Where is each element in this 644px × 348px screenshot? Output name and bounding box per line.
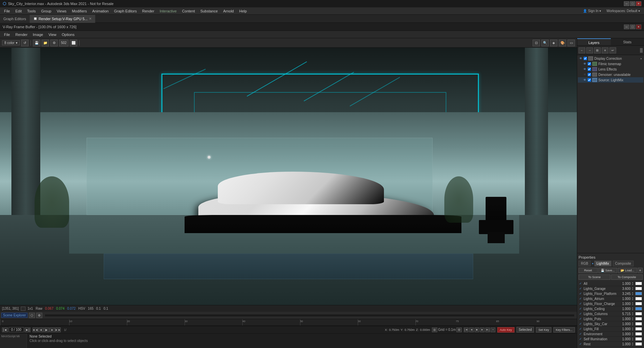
menu-tools[interactable]: Tools [24, 8, 39, 14]
menu-substance[interactable]: Substance [198, 8, 220, 14]
anim-end-button[interactable]: ►| [485, 328, 490, 332]
light-color-rest[interactable] [635, 342, 642, 346]
save-button[interactable]: 💾 Save... [598, 268, 617, 273]
color-picker-button[interactable]: 🎨 [559, 40, 566, 46]
fast-forward-button[interactable]: ►► [55, 328, 61, 332]
title-bar-controls[interactable]: ─ □ ✕ [624, 1, 641, 6]
layer-filmic-tonemap[interactable]: 👁 Filmic tonemap [578, 61, 643, 67]
layer-lightmix[interactable]: 👁 Source: LightMix [578, 77, 643, 83]
light-check-garage[interactable]: ✓ [579, 287, 583, 290]
light-arrows-rest[interactable]: ▲▼ [632, 342, 634, 346]
light-color-all[interactable] [635, 282, 642, 285]
key-filters-button[interactable]: Key Filters... [553, 327, 575, 333]
menu-render[interactable]: Render [140, 8, 157, 14]
minimize-button[interactable]: ─ [624, 1, 629, 6]
resolution-button[interactable]: 502 [59, 40, 68, 46]
light-check-all[interactable]: ✓ [579, 282, 583, 285]
light-check-floor-charge[interactable]: ✓ [579, 302, 583, 305]
light-check-atrium[interactable]: ✓ [579, 297, 583, 300]
close-button[interactable]: ✕ [636, 1, 641, 6]
light-arrows-environment[interactable]: ▲▼ [632, 332, 634, 336]
more-button[interactable]: ≡ [638, 268, 643, 273]
next-key-button[interactable]: ► [50, 328, 55, 332]
save-render-button[interactable]: 💾 [33, 40, 40, 46]
layer-display-correction[interactable]: 👁 Display Correction ▸ [578, 56, 643, 61]
maxscript-tab[interactable]: MAXScript Mi [0, 334, 27, 348]
stats-tab[interactable]: Stats [611, 38, 644, 45]
light-arrows-all[interactable]: ▲▼ [632, 281, 634, 286]
color-mode-select[interactable]: 8 color ▾ [2, 40, 20, 45]
rgb-tab[interactable]: RGB [579, 261, 591, 266]
light-color-garage[interactable] [635, 287, 642, 290]
layer-checkbox[interactable] [584, 57, 587, 60]
layer-checkbox-3[interactable] [588, 68, 591, 71]
anim-next-button[interactable]: ► [480, 328, 485, 332]
layer-denoiser[interactable]: 👁 Denoiser: unavailable [578, 72, 643, 77]
reset-panel-button[interactable]: ↩ [609, 47, 616, 53]
menu-modifiers[interactable]: Modifiers [69, 8, 90, 14]
refresh-icon[interactable]: ↺ [21, 40, 29, 46]
layers-tab[interactable]: Layers [577, 38, 611, 45]
composite-tab[interactable]: Composite [613, 261, 634, 266]
to-composite-button[interactable]: To Composite [611, 274, 643, 280]
vfb-menu-file[interactable]: File [1, 32, 13, 37]
play-button[interactable]: ▶ [44, 328, 49, 332]
light-arrows-floor-charge[interactable]: ▲▼ [632, 302, 634, 306]
light-color-sky-car[interactable] [635, 322, 642, 325]
load-button[interactable]: 📂 Load... [618, 268, 637, 273]
layer-checkbox-5[interactable] [588, 78, 591, 82]
light-color-environment[interactable] [635, 332, 642, 336]
menu-views[interactable]: Views [54, 8, 69, 14]
light-arrows-ceiling[interactable]: ▲▼ [632, 307, 634, 311]
to-scene-button[interactable]: To Scene [579, 274, 610, 280]
light-color-pots[interactable] [635, 317, 642, 320]
light-color-columns[interactable] [635, 312, 642, 315]
light-arrows-fill[interactable]: ▲▼ [632, 327, 634, 331]
vfb-menu-view[interactable]: View [46, 32, 59, 37]
light-check-columns[interactable]: ✓ [579, 312, 583, 315]
region-button[interactable]: ▭ [567, 40, 575, 46]
vfb-maximize-button[interactable]: □ [630, 25, 635, 29]
rewind-button[interactable]: ◄◄ [33, 328, 38, 332]
light-check-sky-car[interactable]: ✓ [579, 322, 583, 325]
light-arrows-floor-platform[interactable]: ▲▼ [632, 292, 634, 296]
light-check-rest[interactable]: ✓ [579, 342, 583, 346]
vfb-controls[interactable]: ─ □ ✕ [624, 25, 641, 29]
channels-button[interactable]: ◈ [550, 40, 557, 46]
vfb-close-button[interactable]: ✕ [636, 25, 641, 29]
anim-start-button[interactable]: |◄ [464, 328, 468, 332]
auto-key-button[interactable]: Auto Key [497, 327, 514, 333]
open-folder-button[interactable]: 📁 [42, 40, 49, 46]
light-arrows-garage[interactable]: ▲▼ [632, 287, 634, 291]
light-color-ceiling[interactable] [635, 307, 642, 310]
light-check-ceiling[interactable]: ✓ [579, 307, 583, 310]
reset-button[interactable]: Reset [579, 268, 598, 273]
tab-graph-editors[interactable]: Graph Editors [0, 15, 30, 23]
layer-checkbox-2[interactable] [588, 62, 591, 66]
light-arrows-columns[interactable]: ▲▼ [632, 312, 634, 316]
light-arrows-atrium[interactable]: ▲▼ [632, 297, 634, 301]
sign-in-button[interactable]: 👤 Sign In ▾ [580, 8, 604, 13]
tab-render-setup[interactable]: 🔲 Render Setup:V-Ray GPU 5... ✕ [30, 15, 95, 23]
undo-panel-button[interactable]: ← [579, 47, 585, 53]
crop-button[interactable]: ⬜ [70, 40, 77, 46]
tab-close-icon[interactable]: ✕ [89, 17, 92, 20]
next-frame-button[interactable]: ►| [24, 328, 31, 332]
light-check-environment[interactable]: ✓ [579, 332, 583, 336]
light-color-fill[interactable] [635, 327, 642, 331]
light-check-self-illum[interactable]: ✓ [579, 337, 583, 341]
add-layer-button[interactable]: ⬡ [29, 313, 35, 318]
menu-interactive[interactable]: Interactive [157, 8, 180, 14]
vfb-menu-image[interactable]: Image [30, 32, 46, 37]
layer-lens-effects[interactable]: 👁 Lens Effects [578, 67, 643, 72]
workspaces-button[interactable]: Workspaces: Default ▾ [604, 8, 643, 13]
prev-frame-button[interactable]: |◄ [2, 328, 8, 332]
list-view-button[interactable]: ≡ [602, 47, 608, 53]
panel-scroll-right[interactable] [640, 48, 643, 53]
layer-checkbox-4[interactable] [588, 73, 591, 76]
light-check-floor-platform[interactable]: ✓ [579, 292, 583, 295]
vfb-minimize-button[interactable]: ─ [624, 25, 629, 29]
menu-graph-editors[interactable]: Graph Editors [111, 8, 140, 14]
layers-button[interactable]: ⊞ [594, 47, 601, 53]
scene-tools-button[interactable]: ⚙ [36, 313, 42, 318]
